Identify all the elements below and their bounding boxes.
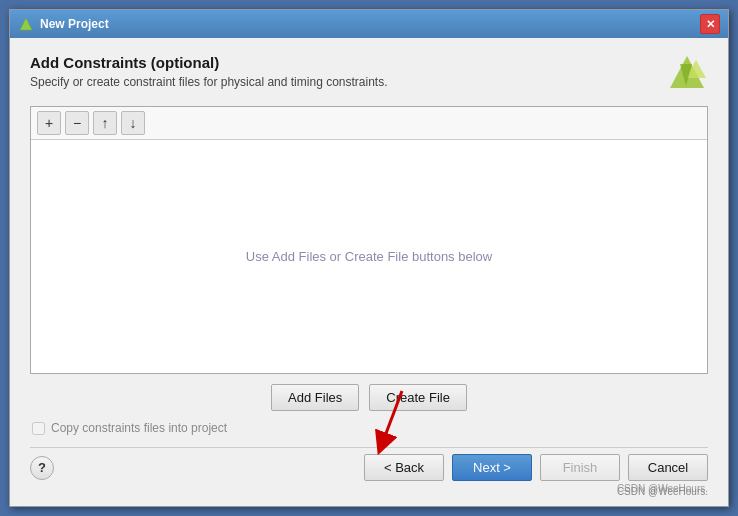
logo-icon: [668, 54, 708, 94]
file-list-toolbar: + − ↑ ↓: [31, 107, 707, 140]
add-file-toolbar-button[interactable]: +: [37, 111, 61, 135]
page-subtitle: Specify or create constraint files for p…: [30, 75, 668, 89]
close-button[interactable]: ✕: [700, 14, 720, 34]
move-down-toolbar-button[interactable]: ↓: [121, 111, 145, 135]
finish-button[interactable]: Finish: [540, 454, 620, 481]
action-buttons: Add Files Create File: [30, 384, 708, 411]
back-button[interactable]: < Back: [364, 454, 444, 481]
down-arrow-icon: ↓: [130, 115, 137, 131]
copy-constraints-row: Copy constraints files into project: [30, 421, 708, 435]
remove-file-toolbar-button[interactable]: −: [65, 111, 89, 135]
arrow-container: < Back Next > Finish Cancel: [364, 454, 708, 481]
svg-marker-0: [20, 18, 32, 30]
copy-constraints-checkbox[interactable]: [32, 422, 45, 435]
add-icon: +: [45, 115, 53, 131]
remove-icon: −: [73, 115, 81, 131]
file-list-area: + − ↑ ↓ Use Add Files or Create File but…: [30, 106, 708, 374]
empty-message: Use Add Files or Create File buttons bel…: [246, 249, 492, 264]
up-arrow-icon: ↑: [102, 115, 109, 131]
title-bar: New Project ✕: [10, 10, 728, 38]
dialog-footer: ? < Back Next > Finish Cancel: [30, 447, 708, 481]
footer-right: < Back Next > Finish Cancel: [364, 454, 708, 481]
window-title: New Project: [40, 17, 700, 31]
header-section: Add Constraints (optional) Specify or cr…: [30, 54, 708, 94]
file-list-content: Use Add Files or Create File buttons bel…: [31, 140, 707, 373]
footer-left: ?: [30, 456, 54, 480]
cancel-button[interactable]: Cancel: [628, 454, 708, 481]
dialog-window: New Project ✕ Add Constraints (optional)…: [9, 9, 729, 507]
add-files-button[interactable]: Add Files: [271, 384, 359, 411]
dialog-content: Add Constraints (optional) Specify or cr…: [10, 38, 728, 506]
help-button[interactable]: ?: [30, 456, 54, 480]
window-icon: [18, 16, 34, 32]
next-button[interactable]: Next >: [452, 454, 532, 481]
watermark-text: CSDN @WeeHours.: [30, 483, 708, 494]
watermark: CSDN @WeeHours.: [617, 486, 708, 497]
header-text: Add Constraints (optional) Specify or cr…: [30, 54, 668, 89]
create-file-button[interactable]: Create File: [369, 384, 467, 411]
move-up-toolbar-button[interactable]: ↑: [93, 111, 117, 135]
page-title: Add Constraints (optional): [30, 54, 668, 71]
copy-constraints-label: Copy constraints files into project: [51, 421, 227, 435]
